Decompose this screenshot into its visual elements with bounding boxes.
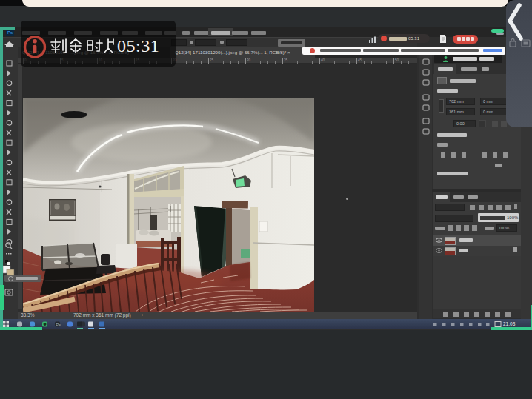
svg-text:Ps: Ps	[56, 323, 61, 327]
